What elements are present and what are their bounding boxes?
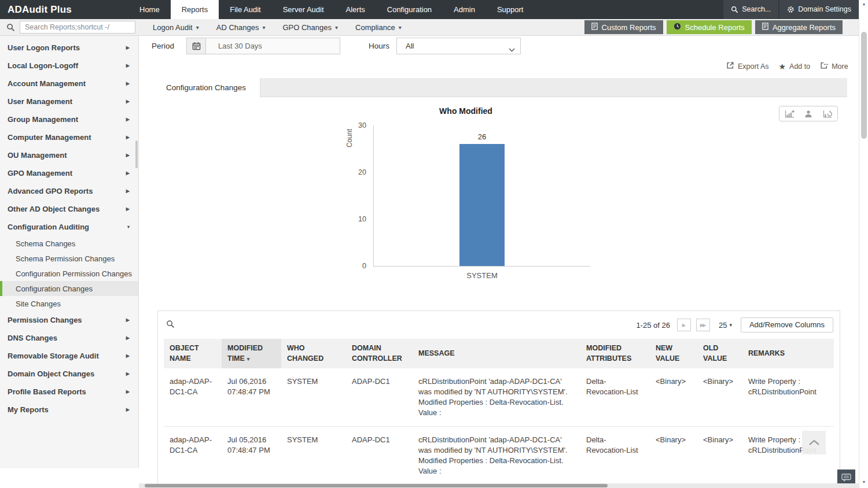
chart-bar[interactable] [459, 144, 505, 266]
period-picker[interactable]: Last 30 Days [186, 38, 340, 54]
table-search-icon[interactable] [166, 320, 175, 328]
sidebar-item-other-ad-object-changes[interactable]: Other AD Object Changes▶ [0, 200, 138, 218]
report-search-input[interactable] [20, 21, 135, 34]
hours-select[interactable]: All [396, 38, 521, 54]
cell-domain-controller: ADAP-DC1 [346, 368, 413, 426]
period-value: Last 30 Days [206, 38, 262, 54]
sidebar-item-domain-object-changes[interactable]: Domain Object Changes▶ [0, 365, 138, 383]
chevron-right-icon: ▶ [126, 117, 130, 122]
chevron-right-icon: ▶ [126, 371, 130, 376]
chevron-right-icon: ▶ [126, 389, 130, 394]
sidebar-item-group-management[interactable]: Group Management▶ [0, 110, 138, 128]
add-to-button[interactable]: ★ Add to [779, 62, 811, 71]
chevron-right-icon: ▶ [126, 171, 130, 176]
speech-bubble-icon [841, 474, 851, 485]
export-as-button[interactable]: Export As [726, 61, 769, 71]
top-right-buttons: Search... Domain Settings [722, 0, 859, 19]
col-message[interactable]: MESSAGE [413, 339, 580, 368]
cell-object-name: adap-ADAP-DC1-CA [164, 368, 222, 426]
cell-message: cRLDistributionPoint 'adap-ADAP-DC1-CA' … [413, 368, 580, 426]
cell-old-value: <Binary> [697, 426, 742, 485]
table-toolbar: 1-25 of 26 ▶ ▶▶ 25▾ Add/Remove Columns [158, 311, 840, 339]
col-modified-attributes[interactable]: MODIFIED ATTRIBUTES [580, 339, 650, 368]
sidebar-item-advanced-gpo-reports[interactable]: Advanced GPO Reports▶ [0, 182, 138, 200]
sidebar-item-ou-management[interactable]: OU Management▶ [0, 146, 138, 164]
vertical-scrollbar: ▲ ▼ [859, 0, 868, 488]
search-icon [731, 6, 738, 13]
last-page-button[interactable]: ▶▶ [696, 319, 710, 331]
sidebar-subitem-schema-changes[interactable]: Schema Changes [0, 236, 138, 251]
report-table-card: 1-25 of 26 ▶ ▶▶ 25▾ Add/Remove Columns O… [157, 310, 840, 488]
nav-home[interactable]: Home [128, 0, 171, 19]
sidebar-scrollbar-thumb[interactable] [135, 141, 138, 168]
menu-logon-audit[interactable]: Logon Audit▾ [153, 23, 199, 32]
period-label: Period [152, 42, 174, 50]
col-modified-time[interactable]: MODIFIED TIME▾ [222, 339, 281, 368]
vertical-scrollbar-thumb[interactable] [861, 32, 867, 139]
nav-file-audit[interactable]: File Audit [219, 0, 271, 19]
calendar-icon[interactable] [187, 38, 206, 54]
cell-new-value: <Binary> [650, 368, 697, 426]
col-domain-controller[interactable]: DOMAIN CONTROLLER [346, 339, 413, 368]
add-chart-icon[interactable] [785, 110, 795, 118]
sidebar-item-gpo-management[interactable]: GPO Management▶ [0, 164, 138, 182]
col-remarks[interactable]: REMARKS [742, 339, 834, 368]
schedule-reports-button[interactable]: Schedule Reports [667, 20, 752, 34]
refresh-chart-icon[interactable] [823, 110, 832, 118]
col-old-value[interactable]: OLD VALUE [697, 339, 742, 368]
menu-compliance[interactable]: Compliance▾ [355, 23, 402, 32]
col-who-changed[interactable]: WHO CHANGED [281, 339, 346, 368]
sidebar-subitem-configuration-permission-changes[interactable]: Configuration Permission Changes [0, 266, 138, 281]
sidebar-subitem-site-changes[interactable]: Site Changes [0, 296, 138, 311]
sidebar-item-user-logon-reports[interactable]: User Logon Reports▶ [0, 39, 138, 57]
chevron-right-icon: ▶ [126, 407, 130, 412]
sidebar-item-configuration-auditing[interactable]: Configuration Auditing▾ [0, 218, 138, 236]
horizontal-scrollbar-thumb[interactable] [145, 484, 608, 487]
nav-reports[interactable]: Reports [171, 0, 219, 19]
chevron-down-icon [509, 44, 515, 54]
scrollbar-up-arrow[interactable]: ▲ [859, 2, 868, 6]
sidebar-item-my-reports[interactable]: My Reports▶ [0, 401, 138, 419]
chevron-right-icon: ▶ [126, 153, 130, 158]
scrollbar-down-arrow[interactable]: ▼ [859, 480, 868, 484]
sidebar-subitem-schema-permission-changes[interactable]: Schema Permission Changes [0, 251, 138, 266]
sidebar-item-local-logon-logoff[interactable]: Local Logon-Logoff▶ [0, 57, 138, 75]
nav-alerts[interactable]: Alerts [335, 0, 376, 19]
user-attribute-icon[interactable] [804, 110, 812, 118]
scroll-to-top-button[interactable] [802, 431, 826, 454]
report-search-icon [6, 23, 15, 32]
menu-ad-changes[interactable]: AD Changes▾ [216, 23, 266, 32]
sidebar-item-dns-changes[interactable]: DNS Changes▶ [0, 329, 138, 347]
next-page-button[interactable]: ▶ [677, 319, 691, 331]
nav-support[interactable]: Support [486, 0, 535, 19]
nav-server-audit[interactable]: Server Audit [272, 0, 335, 19]
hours-value: All [397, 38, 520, 54]
sidebar-item-removable-storage-audit[interactable]: Removable Storage Audit▶ [0, 347, 138, 365]
sidebar-item-account-management[interactable]: Account Management▶ [0, 75, 138, 93]
chevron-down-icon: ▾ [399, 24, 402, 31]
page-size-dropdown[interactable]: 25▾ [719, 321, 732, 330]
chevron-down-icon: ▾ [127, 224, 130, 230]
nav-admin[interactable]: Admin [443, 0, 486, 19]
global-search-button[interactable]: Search... [723, 0, 778, 19]
sidebar-item-computer-management[interactable]: Computer Management▶ [0, 128, 138, 146]
custom-reports-button[interactable]: Custom Reports [584, 20, 663, 34]
col-object-name[interactable]: OBJECT NAME [164, 339, 222, 368]
col-new-value[interactable]: NEW VALUE [650, 339, 697, 368]
aggregate-reports-button[interactable]: Aggregate Reports [755, 20, 843, 34]
chevron-right-icon: ▶ [126, 188, 130, 194]
nav-configuration[interactable]: Configuration [376, 0, 443, 19]
sidebar-item-user-management[interactable]: User Management▶ [0, 93, 138, 110]
sidebar-item-permission-changes[interactable]: Permission Changes▶ [0, 311, 138, 329]
tab-configuration-changes[interactable]: Configuration Changes [150, 78, 260, 98]
domain-settings-button[interactable]: Domain Settings [779, 0, 859, 19]
chevron-right-icon: ▶ [126, 45, 130, 50]
menu-gpo-changes[interactable]: GPO Changes▾ [282, 23, 338, 32]
adaudit-plus-page: ADAudit Plus Home Reports File Audit Ser… [0, 0, 868, 488]
sidebar-item-profile-based-reports[interactable]: Profile Based Reports▶ [0, 383, 138, 401]
chevron-right-icon: ▶ [126, 81, 130, 86]
add-remove-columns-button[interactable]: Add/Remove Columns [741, 317, 833, 332]
top-navigation-bar: ADAudit Plus Home Reports File Audit Ser… [0, 0, 859, 19]
sidebar-subitem-configuration-changes[interactable]: Configuration Changes [0, 281, 138, 296]
more-button[interactable]: More [820, 61, 848, 71]
